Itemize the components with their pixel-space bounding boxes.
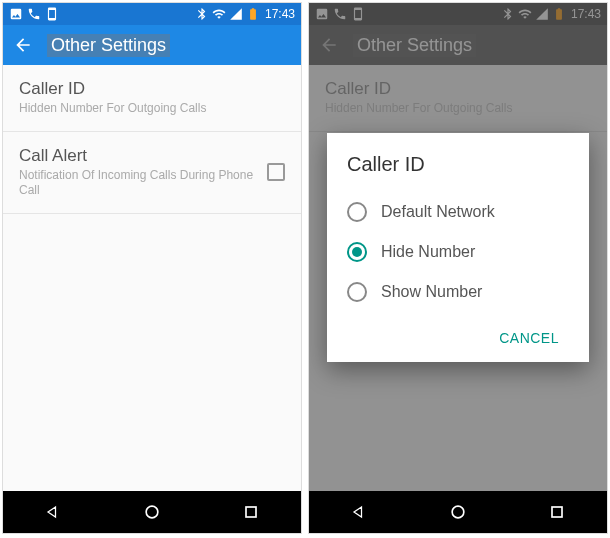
radio-default-network[interactable]: Default Network xyxy=(347,192,569,232)
cancel-button[interactable]: CANCEL xyxy=(489,322,569,354)
svg-point-0 xyxy=(146,506,158,518)
radio-label: Default Network xyxy=(381,203,495,221)
radio-hide-number[interactable]: Hide Number xyxy=(347,232,569,272)
phone-icon xyxy=(27,7,41,21)
navigation-bar xyxy=(309,491,607,533)
radio-label: Show Number xyxy=(381,283,482,301)
navigation-bar xyxy=(3,491,301,533)
checkbox[interactable] xyxy=(267,163,285,181)
phone-screen-right: 17:43 Other Settings Caller ID Hidden Nu… xyxy=(308,2,608,534)
setting-caller-id[interactable]: Caller ID Hidden Number For Outgoing Cal… xyxy=(3,65,301,132)
signal-icon xyxy=(229,7,243,21)
radio-icon xyxy=(347,202,367,222)
settings-list: Caller ID Hidden Number For Outgoing Cal… xyxy=(3,65,301,214)
radio-icon-selected xyxy=(347,242,367,262)
setting-subtitle: Hidden Number For Outgoing Calls xyxy=(19,101,285,117)
image-icon xyxy=(9,7,23,21)
clock: 17:43 xyxy=(265,7,295,21)
status-bar: 17:43 xyxy=(3,3,301,25)
wifi-icon xyxy=(212,7,226,21)
setting-call-alert[interactable]: Call Alert Notification Of Incoming Call… xyxy=(3,132,301,214)
svg-point-2 xyxy=(452,506,464,518)
svg-rect-3 xyxy=(552,507,562,517)
nav-recent-icon[interactable] xyxy=(547,502,567,522)
radio-show-number[interactable]: Show Number xyxy=(347,272,569,312)
setting-title: Call Alert xyxy=(19,146,255,166)
setting-title: Caller ID xyxy=(19,79,285,99)
battery-icon xyxy=(246,7,260,21)
app-bar: Other Settings xyxy=(3,25,301,65)
page-title: Other Settings xyxy=(47,34,170,57)
setting-subtitle: Notification Of Incoming Calls During Ph… xyxy=(19,168,255,199)
radio-icon xyxy=(347,282,367,302)
device-icon xyxy=(45,7,59,21)
nav-back-icon[interactable] xyxy=(43,502,63,522)
back-arrow-icon[interactable] xyxy=(13,35,33,55)
radio-label: Hide Number xyxy=(381,243,475,261)
svg-rect-1 xyxy=(246,507,256,517)
nav-back-icon[interactable] xyxy=(349,502,369,522)
caller-id-dialog: Caller ID Default Network Hide Number Sh… xyxy=(327,133,589,362)
dialog-title: Caller ID xyxy=(347,153,569,176)
nav-recent-icon[interactable] xyxy=(241,502,261,522)
phone-screen-left: 17:43 Other Settings Caller ID Hidden Nu… xyxy=(2,2,302,534)
nav-home-icon[interactable] xyxy=(142,502,162,522)
nav-home-icon[interactable] xyxy=(448,502,468,522)
bluetooth-icon xyxy=(195,7,209,21)
